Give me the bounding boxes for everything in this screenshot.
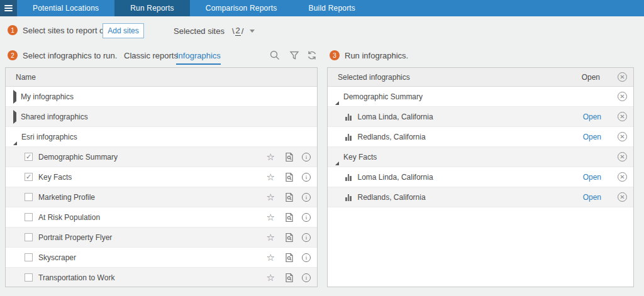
preview-document-icon[interactable] [284, 151, 294, 162]
infographic-label[interactable]: At Risk Population [38, 213, 100, 222]
favorite-star-icon[interactable]: ☆ [267, 253, 275, 262]
remove-group-icon[interactable]: ✕ [618, 92, 627, 101]
infographic-label[interactable]: Marketing Profile [38, 193, 95, 202]
preview-document-icon[interactable] [284, 232, 294, 243]
remove-site-icon[interactable]: ✕ [618, 132, 627, 141]
remove-site-icon[interactable]: ✕ [618, 192, 627, 202]
table-row: Demographic Summary✕ [328, 87, 633, 107]
site-label[interactable]: Loma Linda, California [358, 173, 433, 182]
add-sites-button[interactable]: Add sites [103, 23, 144, 38]
infographic-label[interactable]: Demographic Summary [38, 153, 118, 162]
bar-chart-icon [345, 173, 352, 181]
infographic-label[interactable]: Portrait Property Flyer [38, 233, 112, 242]
infographic-label[interactable]: Skyscraper [38, 253, 76, 262]
open-link[interactable]: Open [583, 133, 601, 141]
open-link[interactable]: Open [583, 112, 601, 121]
info-icon[interactable]: i [302, 253, 311, 262]
infographic-checkbox[interactable]: ✓ [25, 173, 33, 181]
favorite-star-icon[interactable]: ☆ [267, 152, 275, 162]
table-row: Redlands, CaliforniaOpen✕ [328, 127, 633, 147]
table-row: Skyscraper☆i [6, 248, 317, 268]
preview-document-icon[interactable] [284, 192, 294, 202]
remove-group-icon[interactable]: ✕ [618, 152, 627, 162]
hamburger-menu-button[interactable] [0, 0, 17, 16]
selected-infographics-title: Selected infographics [338, 73, 410, 82]
collapse-icon[interactable] [13, 133, 17, 141]
favorite-star-icon[interactable]: ☆ [267, 192, 275, 202]
preview-document-icon[interactable] [284, 272, 294, 283]
favorite-star-icon[interactable]: ☆ [267, 212, 275, 222]
table-row: Portrait Property Flyer☆i [6, 227, 317, 248]
group-label[interactable]: Shared infographics [21, 112, 88, 121]
chevron-down-icon[interactable] [250, 30, 255, 33]
collapse-icon[interactable] [335, 153, 339, 162]
preview-document-icon[interactable] [284, 212, 294, 222]
table-row: Redlands, CaliforniaOpen✕ [328, 187, 633, 207]
bar-chart-icon [345, 113, 352, 121]
table-row: Marketing Profile☆i [6, 187, 317, 207]
remove-site-icon[interactable]: ✕ [618, 172, 627, 182]
top-tab-potential-locations[interactable]: Potential Locations [17, 0, 114, 16]
group-label[interactable]: Demographic Summary [343, 92, 423, 101]
open-link[interactable]: Open [583, 193, 601, 202]
preview-document-icon[interactable] [284, 252, 294, 263]
close-all-icon[interactable]: ✕ [618, 72, 627, 82]
site-label[interactable]: Redlands, California [358, 193, 426, 202]
infographic-label[interactable]: Key Facts [38, 173, 72, 182]
infographics-list-panel: Name My infographicsShared infographicsE… [5, 67, 318, 287]
infographic-checkbox[interactable] [25, 213, 33, 221]
info-icon[interactable]: i [302, 173, 311, 182]
tab-classic-reports[interactable]: Classic reports [124, 51, 178, 60]
infographics-list-header: Name [6, 68, 317, 87]
info-icon[interactable]: i [302, 273, 311, 282]
hamburger-icon [4, 4, 13, 13]
step-3-badge: 3 [330, 50, 340, 60]
site-label[interactable]: Loma Linda, California [358, 112, 433, 121]
top-tab-run-reports[interactable]: Run Reports [114, 0, 190, 16]
tab-infographics[interactable]: Infographics [176, 51, 221, 65]
top-tab-bar: Potential LocationsRun ReportsComparison… [0, 0, 644, 16]
table-row: Esri infographics [6, 127, 317, 147]
expand-icon[interactable] [13, 92, 16, 101]
selected-infographics-panel: Selected infographics Open ✕ Demographic… [327, 67, 634, 287]
open-link[interactable]: Open [583, 173, 601, 182]
step-2-label: Select infographics to run. [23, 51, 117, 60]
search-icon[interactable] [269, 50, 280, 61]
site-label[interactable]: Redlands, California [358, 133, 426, 141]
infographic-label[interactable]: Transportation to Work [38, 273, 114, 282]
step-2-badge: 2 [8, 50, 18, 60]
group-label[interactable]: Key Facts [343, 153, 377, 162]
top-tab-build-reports[interactable]: Build Reports [292, 0, 371, 16]
favorite-star-icon[interactable]: ☆ [267, 172, 275, 182]
info-icon[interactable]: i [302, 153, 311, 162]
filter-icon[interactable] [289, 50, 300, 61]
name-column-header: Name [16, 73, 36, 82]
preview-document-icon[interactable] [284, 172, 294, 182]
remove-site-icon[interactable]: ✕ [618, 112, 627, 121]
selected-sites-control[interactable]: Selected sites \2/ [174, 26, 255, 36]
infographic-checkbox[interactable] [25, 193, 33, 201]
info-icon[interactable]: i [302, 233, 311, 242]
info-icon[interactable]: i [302, 213, 311, 222]
info-icon[interactable]: i [302, 193, 311, 202]
table-row: Transportation to Work☆i [6, 268, 317, 287]
table-row: ✓Key Facts☆i [6, 167, 317, 187]
refresh-icon[interactable] [306, 50, 318, 61]
bar-chart-icon [345, 194, 352, 201]
infographic-checkbox[interactable] [25, 273, 33, 282]
expand-icon[interactable] [13, 112, 16, 121]
group-label[interactable]: My infographics [21, 92, 74, 101]
favorite-star-icon[interactable]: ☆ [267, 233, 275, 242]
table-row: Loma Linda, CaliforniaOpen✕ [328, 107, 633, 127]
top-tab-comparison-reports[interactable]: Comparison Reports [190, 0, 293, 16]
step-1-label: Select sites to report on. [23, 26, 111, 35]
infographic-checkbox[interactable] [25, 253, 33, 261]
favorite-star-icon[interactable]: ☆ [267, 273, 275, 282]
infographic-checkbox[interactable]: ✓ [25, 153, 33, 161]
table-row: ✓Demographic Summary☆i [6, 147, 317, 167]
infographic-checkbox[interactable] [25, 233, 33, 241]
open-column-header: Open [582, 73, 600, 82]
table-row: At Risk Population☆i [6, 207, 317, 227]
group-label[interactable]: Esri infographics [21, 133, 77, 141]
collapse-icon[interactable] [335, 92, 339, 101]
